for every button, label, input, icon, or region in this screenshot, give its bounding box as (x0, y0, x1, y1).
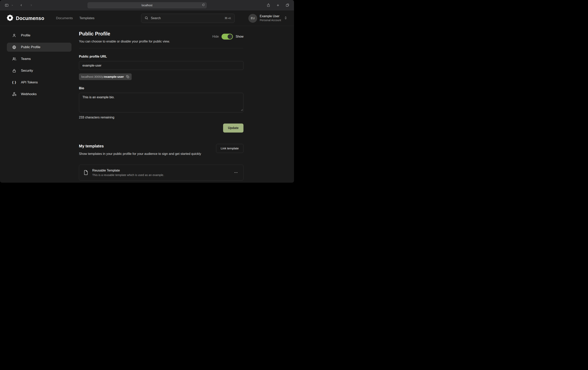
settings-sidebar: Profile Public Profile Teams Security (7, 31, 72, 183)
address-bar[interactable]: localhost (88, 2, 207, 8)
sidebar-item-label: API Tokens (21, 81, 38, 84)
nav-item-documents[interactable]: Documents (56, 16, 73, 20)
search-icon (145, 16, 148, 21)
sidebar-item-webhooks[interactable]: Webhooks (7, 90, 72, 99)
account-menu[interactable]: EU Example User Personal Account (248, 14, 287, 23)
hide-label[interactable]: Hide (212, 35, 219, 38)
page-subtitle: You can choose to enable or disable your… (79, 40, 170, 43)
public-profile-settings: Public Profile You can choose to enable … (79, 31, 243, 183)
users-icon (12, 57, 16, 61)
tab-overview-icon[interactable] (285, 2, 290, 8)
profile-visibility-toggle[interactable] (221, 34, 233, 40)
template-menu-button[interactable] (233, 169, 239, 176)
template-card: Reusable Template This is a reusable tem… (79, 165, 243, 181)
sidebar-item-public-profile[interactable]: Public Profile (7, 43, 72, 52)
page-title: Public Profile (79, 31, 170, 37)
new-tab-icon[interactable] (275, 3, 281, 8)
app-header: Documenso Documents Templates Search ⌘+K… (0, 10, 294, 26)
back-icon[interactable] (19, 3, 24, 8)
sidebar-item-label: Webhooks (21, 92, 37, 96)
sidebar-item-teams[interactable]: Teams (7, 54, 72, 63)
webhook-icon (12, 92, 16, 96)
user-icon (12, 33, 16, 38)
file-icon (83, 170, 89, 175)
lock-icon (12, 69, 16, 73)
documenso-logo-icon (7, 14, 13, 22)
brand-logo[interactable]: Documenso (7, 14, 44, 22)
account-type: Personal Account (260, 19, 281, 22)
account-name: Example User (260, 14, 281, 18)
profile-link-chip[interactable]: localhost:3000/p/example-user (79, 73, 132, 80)
nav-item-templates[interactable]: Templates (79, 16, 94, 20)
divider (79, 48, 243, 48)
share-icon[interactable] (266, 2, 271, 8)
bio-textarea[interactable]: This is an example bio. (79, 93, 243, 112)
chevron-down-icon[interactable] (10, 3, 14, 7)
template-description: This is a reusable template which is use… (92, 174, 164, 177)
public-profile-url-label: Public profile URL (79, 55, 243, 58)
bio-label: Bio (79, 86, 243, 90)
sidebar-item-label: Public Profile (21, 45, 40, 49)
copy-icon[interactable] (126, 75, 129, 78)
address-bar-url: localhost (142, 4, 152, 7)
my-templates-title: My templates (79, 144, 201, 148)
brand-name: Documenso (16, 15, 44, 21)
top-nav: Documents Templates (56, 16, 94, 20)
template-name: Reusable Template (92, 169, 164, 172)
show-label[interactable]: Show (236, 35, 243, 38)
profile-link-prefix: localhost:3000/p/ (81, 75, 104, 78)
reload-icon[interactable] (202, 3, 205, 7)
update-button[interactable]: Update (223, 123, 243, 133)
globe-icon (12, 45, 16, 49)
search-shortcut: ⌘+K (224, 16, 231, 20)
sidebar-item-profile[interactable]: Profile (7, 31, 72, 40)
sidebar-toggle-icon[interactable] (4, 2, 10, 8)
browser-toolbar: localhost (0, 0, 294, 10)
sidebar-item-security[interactable]: Security (7, 66, 72, 75)
my-templates-description: Show templates in your public profile fo… (79, 151, 201, 156)
avatar: EU (248, 14, 257, 23)
sidebar-item-label: Security (21, 69, 33, 73)
toggle-thumb (228, 34, 232, 39)
chevrons-up-down-icon (284, 16, 287, 20)
visibility-toggle-row: Hide Show (212, 34, 243, 40)
search-input[interactable]: Search ⌘+K (141, 14, 235, 23)
link-template-button[interactable]: Link template (216, 144, 243, 153)
braces-icon: { } (12, 81, 16, 84)
sidebar-item-label: Teams (21, 57, 31, 61)
browser-window: localhost (0, 0, 294, 183)
public-profile-url-input[interactable] (79, 61, 243, 70)
sidebar-item-api-tokens[interactable]: { } API Tokens (7, 78, 72, 87)
profile-link-slug: example-user (104, 75, 124, 78)
sidebar-item-label: Profile (21, 33, 30, 37)
characters-remaining: 233 characters remaining (79, 116, 243, 119)
forward-icon[interactable] (29, 3, 34, 8)
search-placeholder: Search (151, 16, 161, 20)
